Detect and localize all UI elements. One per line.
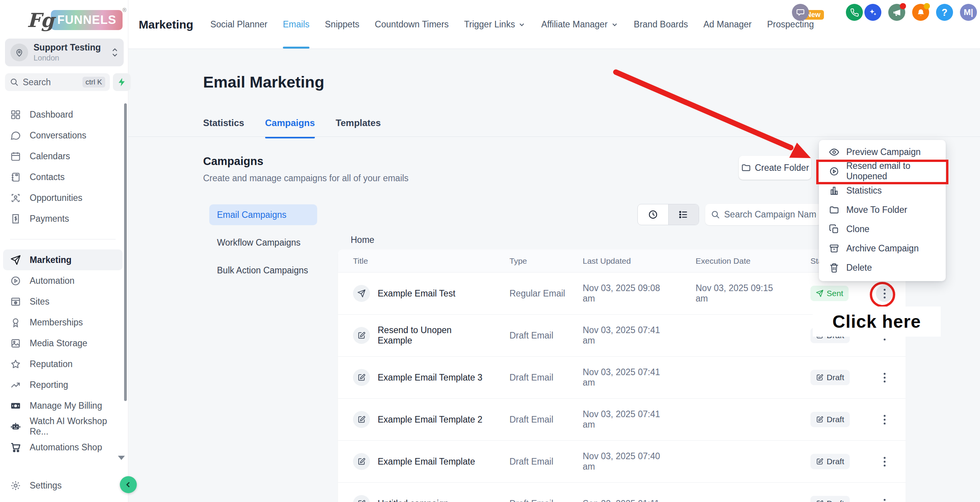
tab-campaigns[interactable]: Campaigns	[265, 118, 315, 138]
tab-countdown-timers[interactable]: Countdown Timers	[375, 0, 449, 49]
bar-chart-icon	[829, 185, 839, 196]
menu-item-preview-campaign[interactable]: Preview Campaign	[819, 142, 946, 162]
user-avatar[interactable]: M|	[960, 4, 977, 21]
brand-logo[interactable]: Fg FUNNELS ®	[27, 6, 126, 34]
menu-item-delete[interactable]: Delete	[819, 258, 946, 277]
sidebar-item-automation[interactable]: Automation	[0, 270, 126, 291]
menu-item-move-to-folder[interactable]: Move To Folder	[819, 200, 946, 219]
subnav-email-campaigns[interactable]: Email Campaigns	[209, 204, 317, 225]
schedule-view-button[interactable]	[638, 204, 668, 225]
subnav-bulk-action-campaigns[interactable]: Bulk Action Campaigns	[209, 260, 317, 281]
sidebar-item-label: Manage My Billing	[30, 401, 102, 411]
column-type: Type	[509, 256, 583, 266]
edit-icon	[816, 458, 824, 465]
tab-emails[interactable]: Emails	[283, 0, 309, 49]
tab-statistics[interactable]: Statistics	[203, 118, 244, 138]
sidebar-item-opportunities[interactable]: Opportunities	[0, 187, 126, 208]
tab-templates[interactable]: Templates	[336, 118, 381, 138]
sidebar-item-automations-shop[interactable]: Automations Shop	[0, 437, 126, 458]
table-row[interactable]: Example Email Template Draft Email Nov 0…	[338, 441, 906, 483]
sidebar-item-reporting[interactable]: Reporting	[0, 374, 126, 395]
campaign-title[interactable]: Example Email Template	[378, 457, 475, 467]
clock-icon	[648, 209, 658, 220]
subnav-workflow-campaigns[interactable]: Workflow Campaigns	[209, 232, 317, 253]
table-row[interactable]: Untitled campaign Draft Email Sep 22, 20…	[338, 483, 906, 502]
calendar-icon	[10, 151, 21, 162]
announcements-megaphone-icon[interactable]	[888, 4, 905, 21]
campaign-title[interactable]: Example Email Test	[378, 288, 456, 299]
top-navigation-bar: Marketing Social Planner Emails Snippets…	[128, 0, 980, 49]
create-folder-button[interactable]: Create Folder	[739, 156, 811, 180]
menu-item-statistics[interactable]: Statistics	[819, 181, 946, 200]
execution-date: Nov 03, 2025 09:15 am	[696, 283, 810, 304]
chevron-updown-icon	[111, 47, 118, 57]
support-chat-icon[interactable]	[792, 4, 809, 21]
phone-icon[interactable]	[846, 4, 863, 21]
menu-item-archive-campaign[interactable]: Archive Campaign	[819, 239, 946, 258]
campaign-title[interactable]: Resend to Unopen Example	[378, 325, 468, 346]
notification-dot	[924, 3, 930, 9]
edit-icon	[353, 411, 370, 428]
search-icon	[711, 210, 720, 219]
sidebar-item-reputation[interactable]: Reputation	[0, 354, 126, 374]
table-row[interactable]: Example Email Template 2 Draft Email Nov…	[338, 399, 906, 441]
last-updated: Nov 03, 2025 07:41 am	[583, 325, 696, 346]
table-row[interactable]: Example Email Template 3 Draft Email Nov…	[338, 357, 906, 399]
row-actions-kebab[interactable]	[876, 453, 893, 470]
sidebar-item-payments[interactable]: Payments	[0, 208, 126, 229]
campaign-search[interactable]	[705, 204, 822, 225]
sidebar-item-label: Automations Shop	[30, 442, 102, 453]
sidebar-item-dashboard[interactable]: Dashboard	[0, 104, 126, 125]
sidebar-item-manage-my-billing[interactable]: Manage My Billing	[0, 395, 126, 416]
ai-sparkles-icon[interactable]	[864, 4, 881, 21]
sidebar-collapse-button[interactable]	[120, 476, 137, 493]
sidebar-search[interactable]: ctrl K	[5, 73, 110, 91]
breadcrumb-home[interactable]: Home	[351, 235, 374, 245]
sidebar-search-input[interactable]	[23, 77, 73, 88]
notifications-bell-icon[interactable]	[912, 4, 929, 21]
campaign-type: Draft Email	[509, 499, 583, 502]
sidebar-scrollbar[interactable]	[124, 103, 127, 401]
sidebar-item-sites[interactable]: Sites	[0, 291, 126, 312]
row-actions-kebab[interactable]	[876, 411, 893, 428]
folder-icon	[741, 163, 751, 173]
workspace-switcher[interactable]: Support Testing London	[5, 39, 124, 66]
list-view-button[interactable]	[668, 204, 699, 225]
annotation-click-here-label: Click here	[813, 307, 941, 337]
tab-brand-boards[interactable]: Brand Boards	[634, 0, 688, 49]
sidebar-item-label: Conversations	[30, 130, 86, 141]
row-actions-kebab[interactable]	[876, 495, 893, 502]
sidebar-item-conversations[interactable]: Conversations	[0, 125, 126, 146]
tab-trigger-links[interactable]: Trigger Links	[464, 0, 526, 49]
sidebar-item-contacts[interactable]: Contacts	[0, 167, 126, 187]
help-icon[interactable]: ?	[936, 4, 953, 21]
sidebar-item-marketing[interactable]: Marketing	[3, 249, 123, 270]
tab-ad-manager[interactable]: Ad Manager	[703, 0, 751, 49]
campaign-type: Draft Email	[509, 372, 583, 383]
workspace-name: Support Testing	[34, 42, 111, 53]
page-tabs: Statistics Campaigns Templates	[203, 118, 381, 138]
sidebar-item-settings[interactable]: Settings	[0, 475, 126, 496]
banknote-icon	[10, 400, 21, 411]
campaign-title[interactable]: Example Email Template 3	[378, 372, 482, 383]
campaign-title[interactable]: Example Email Template 2	[378, 414, 482, 425]
sidebar-item-memberships[interactable]: Memberships	[0, 312, 126, 333]
menu-item-clone[interactable]: Clone	[819, 219, 946, 239]
menu-item-resend-email-to-unopened[interactable]: Resend email to Unopened	[819, 162, 946, 181]
sidebar-item-media-storage[interactable]: Media Storage	[0, 333, 126, 354]
row-actions-kebab[interactable]	[876, 285, 893, 302]
campaigns-heading: Campaigns	[203, 155, 263, 168]
sidebar-scroll-down-arrow[interactable]	[118, 456, 125, 460]
sidebar-item-calendars[interactable]: Calendars	[0, 146, 126, 167]
quick-actions-button[interactable]	[113, 73, 131, 91]
tab-social-planner[interactable]: Social Planner	[210, 0, 267, 49]
row-actions-kebab[interactable]	[876, 369, 893, 386]
sidebar-item-label: Reporting	[30, 380, 68, 390]
campaign-title[interactable]: Untitled campaign	[378, 499, 449, 502]
campaign-type: Draft Email	[509, 414, 583, 425]
sidebar-item-watch-ai-workshop[interactable]: Watch AI Workshop Re...	[0, 416, 126, 437]
tab-affiliate-manager[interactable]: Affiliate Manager	[541, 0, 618, 49]
tab-snippets[interactable]: Snippets	[325, 0, 360, 49]
campaign-search-input[interactable]	[724, 209, 817, 220]
eye-icon	[829, 147, 839, 157]
